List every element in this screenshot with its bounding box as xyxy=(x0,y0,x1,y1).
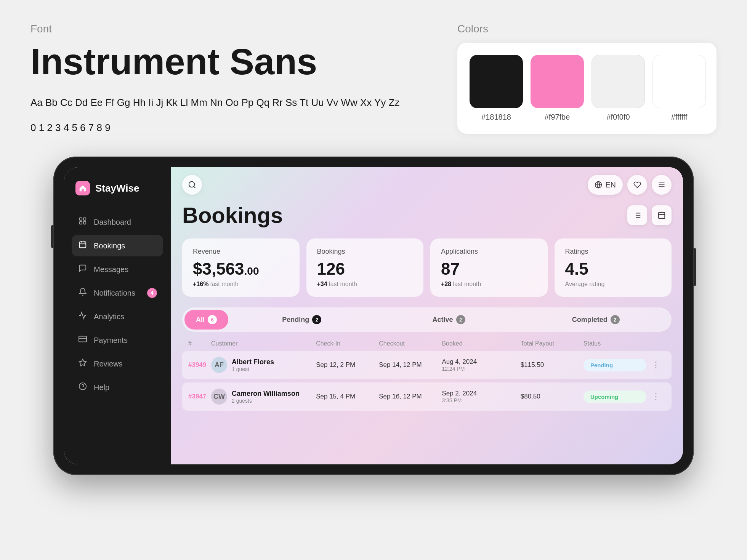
list-view-button[interactable] xyxy=(627,205,647,225)
tab-all[interactable]: All 6 xyxy=(184,310,228,330)
device-screen: StayWise Dashboard xyxy=(64,167,683,464)
calendar-view-button[interactable] xyxy=(652,205,672,225)
tab-pending[interactable]: Pending 2 xyxy=(228,310,375,330)
booked-date-1: Aug 4, 2024 xyxy=(442,358,520,366)
color-swatch-light xyxy=(592,55,645,108)
font-name: Instrument Sans xyxy=(30,43,412,81)
customer-guests-1: 1 guest xyxy=(232,366,274,372)
sidebar-item-bookings[interactable]: Bookings xyxy=(72,235,163,256)
stat-label-ratings: Ratings xyxy=(565,248,661,256)
bookings-table: # Customer Check-In Checkout Booked Tota… xyxy=(182,340,672,411)
analytics-label: Analytics xyxy=(94,312,124,321)
sidebar-item-dashboard[interactable]: Dashboard xyxy=(72,211,163,233)
lang-text: EN xyxy=(605,181,616,189)
stat-label-revenue: Revenue xyxy=(193,248,289,256)
reviews-icon xyxy=(78,358,88,369)
sidebar-item-payments[interactable]: Payments xyxy=(72,330,163,351)
status-badge-1: Pending xyxy=(583,359,646,371)
logo-text: StayWise xyxy=(95,182,139,194)
sidebar-item-messages[interactable]: Messages xyxy=(72,259,163,280)
customer-info-1: Albert Flores 1 guest xyxy=(232,358,274,372)
booked-time-1: 12:24 PM xyxy=(442,366,520,372)
table-row: #3947 CW Cameron Williamson 2 guests Sep… xyxy=(182,382,672,411)
stat-value-applications: 87 xyxy=(441,259,537,278)
svg-rect-0 xyxy=(80,218,82,220)
logo-icon xyxy=(75,181,90,195)
avatar-2: CW xyxy=(211,389,227,405)
notifications-badge: 4 xyxy=(147,288,157,298)
more-button-1[interactable]: ⋮ xyxy=(646,360,665,370)
sidebar-item-notifications[interactable]: Notifications 4 xyxy=(72,282,163,304)
col-checkout: Checkout xyxy=(379,340,442,347)
sidebar-item-help[interactable]: Help xyxy=(72,377,163,398)
col-actions xyxy=(646,340,665,347)
booked-time-2: 3:35 PM xyxy=(442,397,520,403)
bookings-label: Bookings xyxy=(94,242,125,250)
avatar-1: AF xyxy=(211,357,227,373)
analytics-icon xyxy=(78,311,88,322)
svg-point-13 xyxy=(189,182,195,187)
sidebar-item-analytics[interactable]: Analytics xyxy=(72,306,163,327)
payments-label: Payments xyxy=(94,336,128,345)
color-hex-light: #f0f0f0 xyxy=(606,113,630,122)
customer-info-2: Cameron Williamson 2 guests xyxy=(232,390,300,404)
page-content: Bookings xyxy=(171,202,683,464)
color-item-4: #ffffff xyxy=(652,55,706,122)
help-icon xyxy=(78,382,88,393)
stat-value-revenue: $3,563.00 xyxy=(193,259,289,278)
stat-label-applications: Applications xyxy=(441,248,537,256)
table-row: #3949 AF Albert Flores 1 guest Sep 12, 2… xyxy=(182,351,672,379)
color-item-3: #f0f0f0 xyxy=(592,55,645,122)
tab-active-badge: 2 xyxy=(456,315,465,324)
colors-card: #181818 #f97fbe #f0f0f0 #ffffff xyxy=(457,43,717,134)
booking-id-3947: #3947 xyxy=(188,393,211,400)
messages-icon xyxy=(78,264,88,275)
svg-rect-3 xyxy=(83,222,86,224)
device-wrapper: StayWise Dashboard xyxy=(0,157,747,475)
help-label: Help xyxy=(94,383,109,392)
stat-value-bookings: 126 xyxy=(317,259,413,278)
dashboard-label: Dashboard xyxy=(94,218,131,227)
stat-card-applications: Applications 87 +28 last month xyxy=(430,238,548,297)
customer-cell-1: AF Albert Flores 1 guest xyxy=(211,357,316,373)
customer-cell-2: CW Cameron Williamson 2 guests xyxy=(211,389,316,405)
payments-icon xyxy=(78,335,88,346)
booked-2: Sep 2, 2024 3:35 PM xyxy=(442,390,520,403)
stat-card-bookings: Bookings 126 +34 last month xyxy=(306,238,424,297)
customer-name-2: Cameron Williamson xyxy=(232,390,300,398)
lang-button[interactable]: EN xyxy=(588,175,623,195)
svg-rect-8 xyxy=(79,336,87,342)
color-swatch-pink xyxy=(531,55,584,108)
color-swatch-white xyxy=(652,55,706,108)
checkout-1: Sep 14, 12 PM xyxy=(379,361,442,369)
stats-row: Revenue $3,563.00 +16% last month Bookin… xyxy=(182,238,672,297)
tab-active[interactable]: Active 2 xyxy=(375,310,523,330)
stat-change-bookings: +34 last month xyxy=(317,281,413,288)
checkin-1: Sep 12, 2 PM xyxy=(316,361,379,369)
tab-completed[interactable]: Completed 2 xyxy=(522,310,669,330)
stat-change-revenue: +16% last month xyxy=(193,281,289,288)
svg-rect-2 xyxy=(80,222,82,224)
payout-1: $115.50 xyxy=(521,361,583,369)
stat-cents-revenue: .00 xyxy=(244,265,259,277)
main-content: EN xyxy=(171,167,683,464)
sidebar-item-reviews[interactable]: Reviews xyxy=(72,353,163,374)
customer-guests-2: 2 guests xyxy=(232,398,300,404)
status-badge-2: Upcoming xyxy=(583,390,646,403)
tab-all-badge: 6 xyxy=(208,315,217,324)
svg-rect-1 xyxy=(83,218,86,220)
tab-completed-badge: 2 xyxy=(611,315,620,324)
bookings-icon xyxy=(78,240,88,251)
stat-label-bookings: Bookings xyxy=(317,248,413,256)
filter-tabs: All 6 Pending 2 Active 2 Completed 2 xyxy=(182,307,672,332)
favorites-button[interactable] xyxy=(627,175,647,195)
col-status: Status xyxy=(583,340,646,347)
sidebar-logo: StayWise xyxy=(72,181,163,195)
svg-rect-4 xyxy=(80,242,86,248)
stat-change-ratings: Average rating xyxy=(565,281,661,288)
col-customer: Customer xyxy=(211,340,316,347)
search-button[interactable] xyxy=(182,175,202,195)
col-payout: Total Payout xyxy=(521,340,583,347)
more-button-2[interactable]: ⋮ xyxy=(646,392,665,402)
menu-button[interactable] xyxy=(652,175,672,195)
